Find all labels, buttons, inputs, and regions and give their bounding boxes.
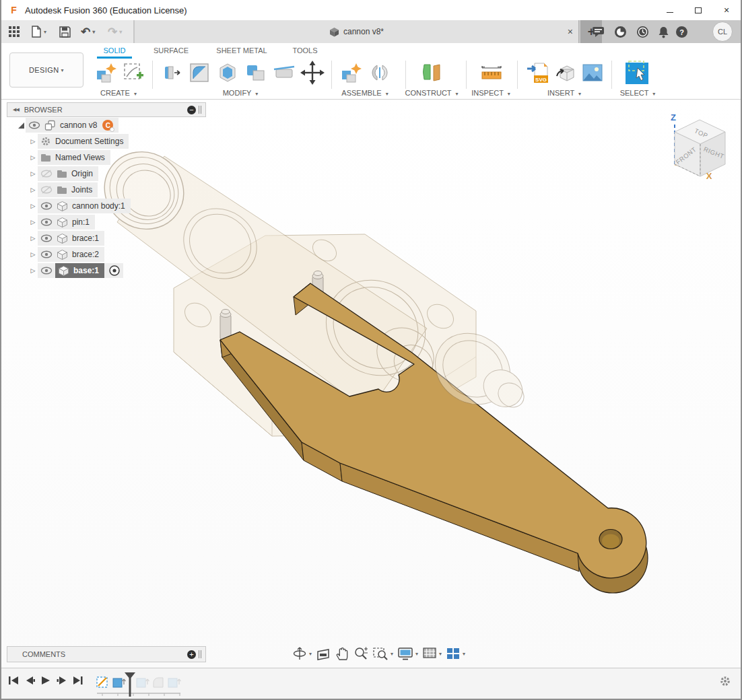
zoom-window-button[interactable]: ▾ [372,646,393,661]
visibility-eye-icon[interactable] [28,120,40,130]
group-label-insert[interactable]: INSERT ▾ [527,89,601,97]
joint-button[interactable] [368,59,392,86]
browser-row-joints[interactable]: ▷ Joints [7,182,206,198]
pan-button[interactable] [335,646,349,661]
expanded-arrow-icon[interactable] [16,120,26,130]
hidden-eye-icon[interactable] [40,185,53,195]
timeline-step-forward-button[interactable] [55,674,69,687]
press-pull-button[interactable] [162,59,186,86]
comments-bar[interactable]: COMMENTS + [7,646,206,662]
save-button[interactable] [59,20,71,43]
notifications-button[interactable] [654,20,673,43]
viewports-button[interactable]: ▾ [446,646,465,661]
browser-row-root[interactable]: cannon v8 C [7,117,206,133]
browser-row-origin[interactable]: ▷ Origin [7,166,206,182]
split-body-button[interactable] [272,59,296,86]
grid-settings-button[interactable]: ▾ [422,646,442,661]
look-at-button[interactable] [316,646,331,661]
group-label-assemble[interactable]: ASSEMBLE ▾ [328,89,402,97]
browser-row-brace2[interactable]: ▷ brace:2 [7,246,206,262]
browser-header[interactable]: ◀◀ BROWSER − [7,102,206,117]
redo-button[interactable]: ↷▾ [108,20,122,43]
user-avatar[interactable]: CL [712,22,733,42]
orbit-button[interactable]: ▾ [292,646,312,661]
activate-component-radio[interactable] [108,265,121,277]
expand-arrow-icon[interactable]: ▷ [28,267,38,274]
expand-arrow-icon[interactable]: ▷ [28,170,38,177]
group-label-create[interactable]: CREATE ▾ [81,89,156,97]
file-menu-button[interactable]: ▾ [31,20,46,43]
help-button[interactable]: ? [672,20,691,43]
hide-panel-icon[interactable]: − [187,106,196,114]
browser-row-brace1[interactable]: ▷ brace:1 [7,230,206,246]
panel-grip[interactable] [199,106,201,114]
expand-arrow-icon[interactable]: ▷ [28,203,38,209]
app-grid-button[interactable] [8,20,20,43]
viewport-canvas[interactable]: TOP FRONT RIGHT Z X ◀◀ BROWSER − [1,100,741,668]
timeline-step-back-button[interactable] [23,674,36,687]
viewcube[interactable]: TOP FRONT RIGHT Z X [671,112,725,181]
tab-solid[interactable]: SOLID [100,44,129,57]
minimize-button[interactable] [656,0,684,20]
add-comment-icon[interactable]: + [187,650,196,659]
data-panel-clock-button[interactable] [633,20,652,43]
insert-mesh-button[interactable] [553,59,578,86]
panel-grip[interactable] [199,650,201,658]
expand-arrow-icon[interactable]: ▷ [28,138,38,145]
create-sketch-button[interactable] [121,59,145,86]
new-body-button[interactable] [94,59,119,86]
expand-arrow-icon[interactable]: ▷ [28,235,38,242]
expand-arrow-icon[interactable]: ▷ [28,154,38,161]
combine-button[interactable] [244,59,268,86]
maximize-button[interactable] [684,0,712,20]
visibility-eye-icon[interactable] [40,201,53,211]
display-settings-button[interactable]: ▾ [397,646,418,661]
expand-arrow-icon[interactable]: ▷ [28,251,38,258]
group-label-modify[interactable]: MODIFY ▾ [203,89,277,97]
visibility-eye-icon[interactable] [40,217,53,227]
browser-row-named-views[interactable]: ▷ Named Views [7,149,206,166]
expand-arrow-icon[interactable]: ▷ [28,186,38,193]
construct-plane-button[interactable] [419,59,443,86]
measure-button[interactable] [479,59,504,86]
undo-button[interactable]: ↶▾ [81,20,95,43]
comments-toolbar-button[interactable] [588,20,607,43]
expand-arrow-icon[interactable]: ▷ [28,219,38,225]
new-component-button[interactable] [339,59,364,86]
select-button[interactable] [623,59,650,86]
timeline-settings-button[interactable] [719,675,731,690]
hidden-eye-icon[interactable] [40,169,53,178]
timeline-extrude-feature-current[interactable] [113,678,126,687]
job-status-button[interactable] [611,20,630,43]
visibility-eye-icon[interactable] [40,250,53,259]
browser-row-document-settings[interactable]: ▷ Document Settings [7,133,206,149]
tab-sheet-metal[interactable]: SHEET METAL [213,44,271,57]
browser-row-cannon-body[interactable]: ▷ cannon body:1 [7,198,206,214]
timeline-play-button[interactable] [39,674,53,687]
document-tab[interactable]: cannon v8* × [135,20,579,43]
timeline-go-to-end-button[interactable] [71,674,85,687]
shell-button[interactable] [215,59,240,86]
fillet-button[interactable] [187,59,211,86]
timeline-extrude-feature-future[interactable] [168,678,181,687]
group-label-select[interactable]: SELECT ▾ [601,89,675,97]
close-button[interactable]: × [712,0,741,20]
zoom-button[interactable] [353,646,368,661]
insert-svg-button[interactable]: SVG [525,59,549,86]
workspace-selector[interactable]: DESIGN ▾ [9,53,83,88]
ghost-pin-1[interactable] [220,310,231,341]
collapse-panel-icon[interactable]: ◀◀ [13,107,19,112]
insert-canvas-button[interactable] [580,59,605,86]
tab-close-button[interactable]: × [568,20,573,43]
timeline-go-to-start-button[interactable] [7,674,20,687]
visibility-eye-icon[interactable] [40,234,53,243]
tab-surface[interactable]: SURFACE [147,44,195,57]
timeline-fillet-feature-future[interactable] [154,678,163,687]
browser-row-pin[interactable]: ▷ pin:1 [7,214,206,230]
tab-tools[interactable]: TOOLS [288,44,322,57]
browser-row-base-selected[interactable]: ▷ base:1 [7,262,206,279]
group-label-inspect[interactable]: INSPECT ▾ [454,89,528,97]
move-button[interactable] [300,59,325,86]
timeline-sketch-feature[interactable] [97,677,107,687]
visibility-eye-icon[interactable] [40,266,53,275]
